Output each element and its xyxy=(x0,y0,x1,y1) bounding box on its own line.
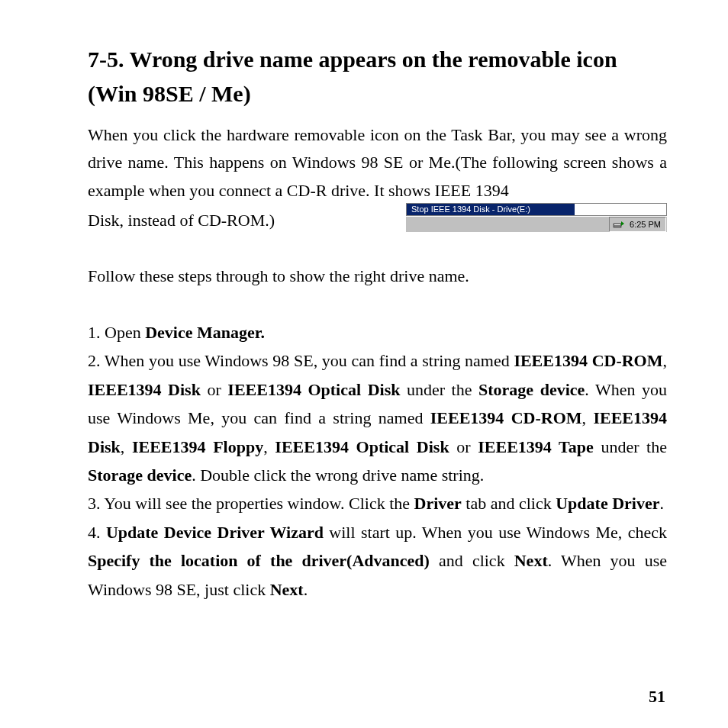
t: Next xyxy=(514,551,548,570)
t: Update Driver xyxy=(556,494,659,513)
t: Driver xyxy=(414,494,462,513)
t: or xyxy=(449,437,478,456)
t: Next xyxy=(270,580,304,599)
t: IEEE1394 Optical Disk xyxy=(227,380,400,399)
t: under the xyxy=(400,380,478,399)
t: Specify the location of the driver(Advan… xyxy=(88,551,430,570)
svg-rect-1 xyxy=(614,224,620,225)
step-4: 4. Update Device Driver Wizard will star… xyxy=(88,518,667,604)
document-page: 7-5. Wrong drive name appears on the rem… xyxy=(0,0,728,728)
tray-clock: 6:25 PM xyxy=(630,220,662,229)
t: , xyxy=(663,351,668,370)
t: 2. When you use Windows 98 SE, you can f… xyxy=(88,351,514,370)
t: 3. You will see the properties window. C… xyxy=(88,494,414,513)
step-1: 1. Open Device Manager. xyxy=(88,318,667,346)
t: IEEE1394 Optical Disk xyxy=(275,437,449,456)
t: IEEE1394 CD-ROM xyxy=(430,408,582,427)
steps-block: 1. Open Device Manager. 2. When you use … xyxy=(88,318,667,604)
t: , xyxy=(121,437,132,456)
svg-rect-0 xyxy=(614,224,621,227)
t: . xyxy=(304,580,308,599)
step-3: 3. You will see the properties window. C… xyxy=(88,489,667,517)
step1-text: 1. Open xyxy=(88,323,145,342)
t: Update Device Driver Wizard xyxy=(106,523,324,542)
taskbar: 6:25 PM xyxy=(406,216,667,232)
intro-paragraph-2: Disk, instead of CD-ROM.) xyxy=(88,208,275,233)
t: . xyxy=(659,494,664,513)
t: 4. xyxy=(88,523,106,542)
t: and click xyxy=(430,551,514,570)
follow-line: Follow these steps through to show the r… xyxy=(88,263,667,289)
t: IEEE1394 Disk xyxy=(88,380,201,399)
t: will start up. When you use Windows Me, … xyxy=(324,523,667,542)
t: . Double click the wrong drive name stri… xyxy=(192,465,484,485)
t: tab and click xyxy=(462,494,556,513)
tray-popup-menu[interactable]: Stop IEEE 1394 Disk - Drive(E:) xyxy=(406,203,667,216)
step1-bold: Device Manager. xyxy=(145,323,265,342)
taskbar-figure: Stop IEEE 1394 Disk - Drive(E:) 6:25 PM xyxy=(406,203,667,232)
page-number: 51 xyxy=(649,687,665,707)
system-tray: 6:25 PM xyxy=(609,217,666,232)
t: , xyxy=(582,408,594,427)
eject-hardware-icon[interactable] xyxy=(613,219,625,230)
t: IEEE1394 Tape xyxy=(478,437,593,456)
tray-popup-item[interactable]: Stop IEEE 1394 Disk - Drive(E:) xyxy=(407,204,575,215)
t: Storage device xyxy=(88,465,192,485)
intro-last-row: Disk, instead of CD-ROM.) Stop IEEE 1394… xyxy=(88,206,667,238)
t: or xyxy=(201,380,227,399)
t: IEEE1394 Floppy xyxy=(132,437,263,456)
t: Storage device xyxy=(478,380,585,399)
t: under the xyxy=(594,437,667,456)
t: , xyxy=(263,437,275,456)
section-heading: 7-5. Wrong drive name appears on the rem… xyxy=(88,42,667,111)
intro-paragraph-1: When you click the hardware removable ic… xyxy=(88,121,667,205)
step-2: 2. When you use Windows 98 SE, you can f… xyxy=(88,346,667,489)
t: IEEE1394 CD-ROM xyxy=(514,351,662,370)
